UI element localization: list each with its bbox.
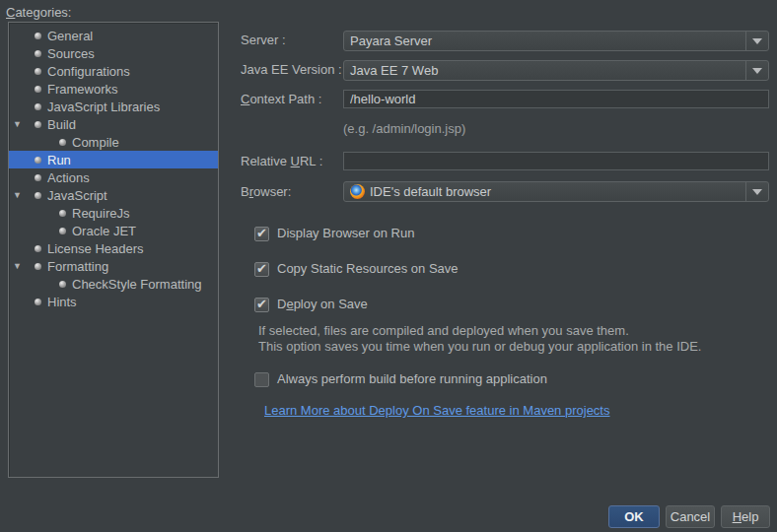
- deploy-note-line-1: If selected, files are compiled and depl…: [258, 323, 701, 339]
- category-bullet-icon: [35, 33, 41, 39]
- category-bullet-icon: [35, 86, 41, 93]
- chevron-down-icon: [745, 32, 768, 50]
- server-label: Server :: [241, 33, 286, 47]
- category-label: Configurations: [47, 64, 130, 79]
- checkbox-label: Copy Static Resources on Save: [277, 261, 459, 276]
- category-bullet-icon: [59, 228, 66, 234]
- category-item-general[interactable]: General: [9, 27, 218, 44]
- copy-static-resources-checkbox[interactable]: ✔Copy Static Resources on Save: [254, 261, 459, 277]
- category-bullet-icon: [35, 68, 41, 75]
- category-item-compile[interactable]: Compile: [9, 133, 218, 151]
- category-item-sources[interactable]: Sources: [9, 44, 218, 62]
- category-label: Run: [47, 153, 71, 167]
- category-item-javascript[interactable]: ▼JavaScript: [9, 186, 218, 204]
- context-path-input[interactable]: [343, 90, 769, 108]
- browser-label: Browser:: [241, 184, 291, 199]
- category-bullet-icon: [35, 263, 41, 270]
- category-bullet-icon: [35, 50, 41, 57]
- category-item-formatting[interactable]: ▼Formatting: [9, 257, 218, 275]
- deploy-note-line-2: This option saves you time when you run …: [258, 339, 701, 355]
- category-bullet-icon: [59, 139, 66, 146]
- relative-url-label: Relative URL :: [241, 154, 322, 168]
- collapse-triangle-icon[interactable]: ▼: [13, 186, 35, 204]
- checkbox-label: Always perform build before running appl…: [277, 371, 547, 386]
- category-label: Actions: [47, 170, 90, 185]
- java-ee-version-select[interactable]: Java EE 7 Web: [343, 60, 769, 81]
- category-item-actions[interactable]: Actions: [9, 168, 218, 186]
- server-selected-value: Payara Server: [344, 33, 745, 48]
- category-bullet-icon: [59, 210, 66, 217]
- category-item-frameworks[interactable]: Frameworks: [9, 80, 218, 98]
- category-bullet-icon: [35, 299, 41, 305]
- category-label: Build: [47, 117, 76, 132]
- checkbox-checked-icon[interactable]: ✔: [254, 227, 269, 241]
- collapse-triangle-icon[interactable]: ▼: [13, 257, 35, 275]
- category-item-javascript-libraries[interactable]: JavaScript Libraries: [9, 98, 218, 115]
- category-bullet-icon: [35, 157, 41, 164]
- always-perform-build-checkbox[interactable]: Always perform build before running appl…: [254, 371, 547, 387]
- deploy-on-save-note: If selected, files are compiled and depl…: [258, 323, 701, 355]
- chevron-down-icon: [745, 182, 768, 201]
- category-label: Sources: [47, 46, 95, 61]
- help-button[interactable]: Help: [721, 505, 770, 528]
- category-item-license-headers[interactable]: License Headers: [9, 239, 218, 257]
- category-item-run[interactable]: Run: [9, 151, 218, 168]
- category-bullet-icon: [59, 281, 66, 288]
- server-select[interactable]: Payara Server: [343, 31, 769, 51]
- learn-more-link[interactable]: Learn More about Deploy On Save feature …: [264, 403, 609, 418]
- categories-label: Categories:: [6, 5, 71, 20]
- context-path-label: Context Path :: [241, 92, 321, 106]
- deploy-on-save-checkbox[interactable]: ✔Deploy on Save: [254, 297, 368, 312]
- checkbox-checked-icon[interactable]: ✔: [254, 298, 269, 312]
- java-ee-version-selected-value: Java EE 7 Web: [344, 63, 745, 78]
- collapse-triangle-icon[interactable]: ▼: [13, 115, 35, 133]
- ok-button[interactable]: OK: [608, 505, 660, 528]
- browser-select[interactable]: IDE's default browser: [343, 181, 769, 202]
- category-label: Hints: [47, 295, 77, 309]
- checkbox-label: Display Browser on Run: [277, 226, 414, 240]
- firefox-icon: [350, 184, 365, 199]
- category-label: License Headers: [47, 241, 144, 256]
- category-label: RequireJs: [72, 206, 130, 221]
- categories-tree[interactable]: GeneralSourcesConfigurationsFrameworksJa…: [8, 22, 219, 478]
- category-item-oracle-jet[interactable]: Oracle JET: [9, 222, 218, 239]
- category-bullet-icon: [35, 121, 41, 128]
- category-label: Frameworks: [47, 82, 118, 97]
- category-label: Formatting: [47, 259, 108, 274]
- checkbox-unchecked-icon[interactable]: [254, 372, 269, 387]
- category-bullet-icon: [35, 103, 41, 110]
- display-browser-on-run-checkbox[interactable]: ✔Display Browser on Run: [254, 226, 414, 241]
- checkbox-label: Deploy on Save: [277, 297, 368, 311]
- category-item-configurations[interactable]: Configurations: [9, 62, 218, 80]
- browser-selected-value: IDE's default browser: [370, 184, 745, 199]
- category-item-hints[interactable]: Hints: [9, 293, 218, 310]
- category-label: General: [47, 29, 93, 43]
- category-label: CheckStyle Formatting: [72, 277, 202, 292]
- category-item-build[interactable]: ▼Build: [9, 115, 218, 133]
- checkbox-checked-icon[interactable]: ✔: [254, 262, 269, 277]
- category-label: JavaScript Libraries: [47, 100, 160, 114]
- category-item-checkstyle-formatting[interactable]: CheckStyle Formatting: [9, 275, 218, 293]
- category-label: Compile: [72, 135, 119, 150]
- cancel-button[interactable]: Cancel: [666, 505, 715, 528]
- category-label: JavaScript: [47, 188, 107, 203]
- java-ee-version-label: Java EE Version :: [241, 62, 342, 77]
- context-path-hint: (e.g. /admin/login.jsp): [343, 121, 465, 136]
- relative-url-input[interactable]: [343, 152, 769, 170]
- category-bullet-icon: [35, 245, 41, 252]
- category-bullet-icon: [35, 192, 41, 199]
- chevron-down-icon: [745, 61, 768, 80]
- category-bullet-icon: [35, 174, 41, 181]
- category-item-requirejs[interactable]: RequireJs: [9, 204, 218, 222]
- category-label: Oracle JET: [72, 224, 136, 238]
